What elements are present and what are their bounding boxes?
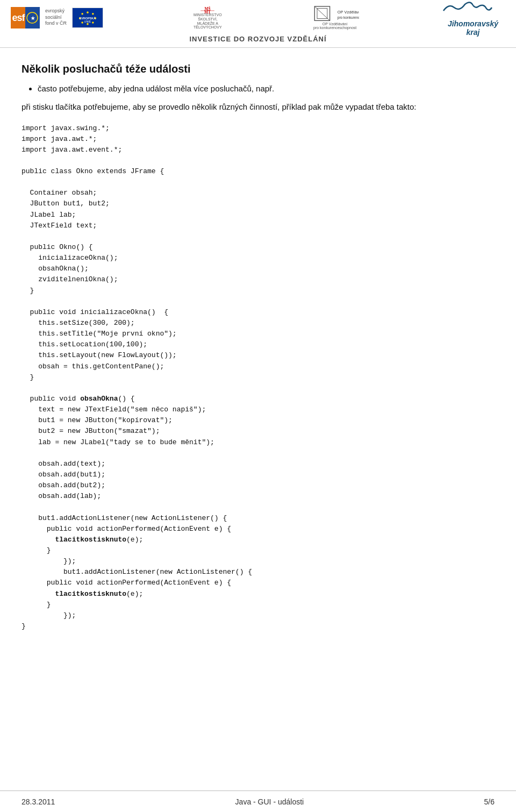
- footer-page: 5/6: [484, 797, 494, 806]
- code-line: }: [22, 287, 34, 295]
- code-line: zviditelneniOkna();: [22, 275, 118, 283]
- svg-point-13: [81, 13, 83, 15]
- code-line: obsah.add(text);: [22, 460, 105, 468]
- page-header: esf ★ evropskýsociálnífond v ČR: [0, 0, 516, 48]
- code-line: inicializaceOkna();: [22, 254, 118, 262]
- code-line: obsah.add(lab);: [22, 492, 101, 500]
- code-block: import javax.swing.*; import java.awt.*;…: [22, 123, 494, 643]
- code-line: JButton but1, but2;: [22, 200, 110, 208]
- svg-text:EVROPSKÁ: EVROPSKÁ: [80, 16, 96, 19]
- code-line: this.setSize(300, 200);: [22, 319, 135, 327]
- section-title: Několik posluchačů téže události: [22, 63, 494, 75]
- code-line: obsahOkna();: [22, 265, 89, 273]
- code-line: public void inicializaceOkna() {: [22, 308, 168, 316]
- code-line: JTextField text;: [22, 222, 97, 230]
- code-line: lab = new JLabel("tady se to bude měnit"…: [22, 438, 214, 446]
- code-line: }: [22, 622, 26, 630]
- code-line: public void actionPerformed(ActionEvent …: [22, 579, 231, 587]
- code-line: import java.awt.event.*;: [22, 146, 122, 154]
- svg-point-10: [87, 23, 89, 25]
- code-line: this.setLayout(new FlowLayout());: [22, 351, 177, 359]
- bold-method3: tlacitkostisknuto: [55, 590, 126, 598]
- logos-row: esf ★ evropskýsociálnífond v ČR: [11, 5, 505, 30]
- eu-logo: EVROPSKÁ UNIE: [72, 8, 103, 28]
- code-line: this.setTitle("Moje první okno");: [22, 330, 177, 338]
- code-line: }: [22, 373, 34, 381]
- esf-logo-group: esf ★ evropskýsociálnífond v ČR: [11, 7, 103, 29]
- code-line: but2 = new JButton("smazat");: [22, 427, 160, 435]
- code-line: obsah.add(but1);: [22, 471, 105, 479]
- esf-text: evropskýsociálnífond v ČR: [45, 8, 67, 27]
- list-item: často potřebujeme, aby jedna událost měl…: [38, 83, 494, 95]
- bold-method2: tlacitkostisknuto: [55, 536, 126, 544]
- op-text: OP Vzdělávánípro konkurenceschopnost: [313, 22, 356, 30]
- code-line: }: [22, 546, 51, 554]
- code-line: tlacitkostisknuto(e);: [22, 536, 143, 544]
- bold-method: obsahOkna: [80, 395, 118, 403]
- code-line: but1.addActionListener(new ActionListene…: [22, 514, 227, 522]
- code-line: public class Okno extends JFrame {: [22, 167, 164, 175]
- code-line: import javax.swing.*;: [22, 124, 110, 132]
- code-line: });: [22, 557, 76, 565]
- footer-date: 28.3.2011: [22, 797, 55, 806]
- msmt-text: MINISTERSTVO ŠKOLSTVÍ,MLÁDEŽE A TĚLOVÝCH…: [186, 13, 229, 30]
- code-line: import java.awt.*;: [22, 135, 97, 143]
- svg-text:pro konkurence-: pro konkurence-: [338, 16, 359, 20]
- code-line: this.setLocation(100,100);: [22, 340, 147, 348]
- op-logo: OP Vzdělávání pro konkurence- OP Vzděláv…: [312, 5, 358, 30]
- svg-text:esf: esf: [12, 12, 25, 23]
- prose-paragraph: při stisku tlačítka potřebujeme, aby se …: [22, 101, 494, 113]
- header-subtitle: INVESTICE DO ROZVOJE VZDĚLÁNÍ: [189, 35, 326, 43]
- svg-point-11: [81, 22, 83, 24]
- footer-title: Java - GUI - události: [235, 797, 304, 806]
- code-line: Container obsah;: [22, 189, 97, 197]
- code-line: });: [22, 611, 76, 619]
- code-line: public Okno() {: [22, 243, 93, 251]
- code-line: obsah.add(but2);: [22, 481, 105, 489]
- bullet-list: často potřebujeme, aby jedna událost měl…: [38, 83, 494, 95]
- code-line: public void actionPerformed(ActionEvent …: [22, 525, 231, 533]
- code-line: obsah = this.getContentPane();: [22, 362, 164, 371]
- svg-text:OP Vzdělávání: OP Vzdělávání: [338, 10, 359, 15]
- svg-point-9: [92, 22, 94, 24]
- esf-logo-box: esf ★: [11, 7, 40, 29]
- jihomoravsky-text: Jihomoravský kraj: [441, 19, 505, 37]
- main-content: Několik posluchačů téže události často p…: [0, 48, 516, 680]
- code-line: JLabel lab;: [22, 211, 76, 219]
- code-line: text = new JTextField("sem něco napiš");: [22, 405, 206, 414]
- svg-point-7: [92, 13, 94, 15]
- code-line: public void obsahOkna() {: [22, 395, 135, 403]
- code-line: tlacitkostisknuto(e);: [22, 590, 143, 598]
- page-footer: 28.3.2011 Java - GUI - události 5/6: [0, 790, 516, 812]
- svg-point-6: [87, 11, 89, 13]
- code-line: but1.addActionListener(new ActionListene…: [22, 568, 252, 576]
- code-line: }: [22, 601, 51, 609]
- svg-text:UNIE: UNIE: [84, 19, 91, 23]
- code-line: but1 = new JButton("kopírovat");: [22, 416, 173, 424]
- jihomoravsky-logo: Jihomoravský kraj: [441, 5, 505, 30]
- msmt-logo: MŠ MT MINISTERSTVO ŠKOLSTVÍ,MLÁDEŽE A TĚ…: [186, 5, 229, 30]
